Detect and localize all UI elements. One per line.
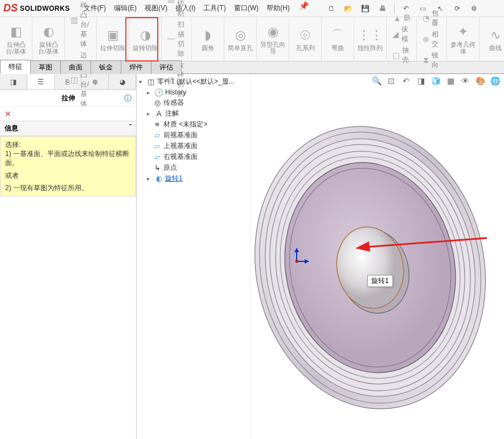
- plane-icon: ▱: [153, 142, 162, 151]
- pattern-icon: ⋮⋮: [362, 27, 378, 43]
- tab-sketch[interactable]: 草图: [30, 60, 61, 74]
- chevron-up-icon: ˆ: [129, 124, 132, 133]
- rib-button[interactable]: ▲筋: [390, 13, 413, 23]
- fillet-button[interactable]: ◗ 圆角: [195, 27, 220, 51]
- chevron-right-icon[interactable]: ▸: [147, 175, 153, 182]
- open-icon[interactable]: 📂: [343, 3, 354, 14]
- history-icon: 🕓: [154, 88, 163, 97]
- zoom-fit-icon[interactable]: 🔍: [371, 75, 382, 87]
- appearance-icon[interactable]: 🎨: [474, 75, 486, 87]
- options-icon[interactable]: ⚙: [469, 3, 480, 14]
- mirror-button[interactable]: ⧗镜向: [420, 50, 443, 71]
- loft-cut-icon: ▥: [167, 0, 175, 3]
- sweep-cut-icon: 〰: [167, 35, 175, 44]
- hole-series-icon: ⦾: [297, 27, 313, 43]
- menu-help[interactable]: 帮助(H): [263, 1, 293, 15]
- info-message: 选择: 1) 一基准面、平面或边线来绘制特征横断面。 或者 2) 一现有草图为特…: [0, 136, 136, 196]
- tree-history[interactable]: ▸ 🕓 History: [138, 87, 249, 97]
- tree-root[interactable]: ▾ ◫ 零件1 (默认<<默认>_显...: [138, 76, 249, 87]
- hole-icon: ◎: [232, 27, 248, 43]
- ribbon: ◧ 拉伸凸台/基体 ◐ 旋转凸台/基体 〰扫描 ▥放样凸台/基体 ◫边界凸台/基…: [0, 17, 504, 61]
- section-info-header[interactable]: 信息 ˆ: [0, 121, 136, 136]
- origin-triad-icon: [288, 248, 310, 270]
- revolve-boss-icon: ◐: [40, 24, 56, 40]
- boundary-cut-icon: ◫: [167, 75, 175, 84]
- hide-show-icon[interactable]: 👁: [460, 75, 471, 87]
- property-manager: ◨ ☰ ⎘ ⊕ ◕ 拉伸 ⓘ ✕ 信息 ˆ 选择: 1) 一基准面、平面或边线来…: [0, 74, 137, 439]
- graphics-viewport[interactable]: 🔍 ⊡ ↶ ◨ 🧊 ▦ 👁 🎨 🌐: [251, 74, 504, 439]
- tab-evaluate[interactable]: 评估: [151, 60, 182, 74]
- tree-material[interactable]: ≡ 材质 <未指定>: [138, 119, 249, 130]
- svg-point-15: [296, 260, 298, 263]
- display-style-icon[interactable]: ▦: [445, 75, 456, 87]
- cancel-button[interactable]: ✕: [0, 107, 136, 121]
- simple-hole-button[interactable]: ◎ 简单直孔: [228, 27, 253, 51]
- view-orientation-icon[interactable]: 🧊: [430, 75, 441, 87]
- panel-tab-display[interactable]: ◕: [109, 74, 136, 89]
- wrap-button[interactable]: ◔包覆: [420, 8, 443, 28]
- menu-tools[interactable]: 工具(T): [200, 1, 229, 15]
- linear-pattern-button[interactable]: ⋮⋮ 线性阵列: [358, 27, 383, 51]
- tree-top-plane[interactable]: ▱ 上视基准面: [138, 141, 249, 151]
- solidworks-logo-icon: DS: [3, 2, 18, 14]
- feature-tree: ▾ ◫ 零件1 (默认<<默认>_显... ▸ 🕓 History ◎ 传感器 …: [137, 74, 251, 439]
- annotation-icon: A: [154, 109, 163, 118]
- print-icon[interactable]: 🖶: [377, 3, 388, 14]
- bend-icon: ⌒: [330, 27, 346, 43]
- pin-icon[interactable]: 📌: [299, 1, 309, 15]
- save-icon[interactable]: 💾: [360, 3, 371, 14]
- panel-tab-feature-tree[interactable]: ◨: [0, 74, 27, 89]
- hole-wizard-button[interactable]: ◉ 异型孔向导: [260, 24, 285, 55]
- tree-sensors[interactable]: ◎ 传感器: [138, 97, 249, 108]
- tree-origin[interactable]: ↳ 原点: [138, 162, 249, 173]
- zoom-area-icon[interactable]: ⊡: [386, 75, 397, 87]
- tab-sheetmetal[interactable]: 钣金: [91, 60, 121, 74]
- chevron-down-icon[interactable]: ▾: [139, 79, 145, 85]
- intersect-icon: ⊗: [423, 35, 429, 44]
- reference-geometry-button[interactable]: ✦ 参考几何体: [450, 24, 476, 55]
- rebuild-icon[interactable]: ⟳: [452, 3, 463, 14]
- tree-revolve1[interactable]: ▸ ◐ 旋转1: [138, 173, 249, 184]
- extrude-boss-icon: ◧: [8, 24, 24, 40]
- new-doc-icon[interactable]: 🗋: [326, 3, 337, 14]
- loft-boss-button[interactable]: ▥放样凸台/基体: [68, 0, 93, 50]
- svg-marker-14: [305, 259, 309, 264]
- tab-surface[interactable]: 曲面: [60, 60, 91, 74]
- view-toolbar: 🔍 ⊡ ↶ ◨ 🧊 ▦ 👁 🎨 🌐: [371, 75, 501, 87]
- sweep-cut-button[interactable]: 〰扫描切除: [165, 19, 188, 59]
- revolve-cut-button[interactable]: ◑ 旋转切除: [133, 27, 158, 51]
- menu-edit[interactable]: 编辑(E): [110, 1, 140, 15]
- app-name: SOLIDWORKS: [20, 5, 70, 13]
- curves-button[interactable]: ∿ 曲线: [483, 27, 504, 51]
- revolve-boss-button[interactable]: ◐ 旋转凸台/基体: [36, 24, 61, 55]
- curves-icon: ∿: [487, 27, 503, 43]
- panel-title: 拉伸: [62, 93, 75, 103]
- tree-front-plane[interactable]: ▱ 前视基准面: [138, 130, 249, 141]
- draft-button[interactable]: ◢拔模: [390, 24, 413, 44]
- tab-feature[interactable]: 特征: [0, 60, 31, 74]
- previous-view-icon[interactable]: ↶: [400, 75, 412, 87]
- tab-weldment[interactable]: 焊件: [121, 60, 151, 74]
- part-icon: ◫: [146, 77, 155, 87]
- wrap-icon: ◔: [423, 14, 429, 23]
- hole-series-button[interactable]: ⦾ 孔系列: [293, 27, 318, 51]
- panel-tab-property-manager[interactable]: ☰: [27, 74, 55, 89]
- help-icon[interactable]: ⓘ: [124, 93, 132, 104]
- chevron-right-icon[interactable]: ▸: [147, 89, 153, 96]
- hole-wizard-icon: ◉: [265, 24, 281, 40]
- scene-icon[interactable]: 🌐: [489, 75, 501, 87]
- tree-right-plane[interactable]: ▱ 右视基准面: [138, 151, 249, 162]
- extrude-boss-button[interactable]: ◧ 拉伸凸台/基体: [3, 24, 28, 55]
- section-view-icon[interactable]: ◨: [415, 75, 427, 87]
- shell-button[interactable]: ▢抽壳: [390, 45, 413, 65]
- loft-icon: ▥: [71, 15, 78, 24]
- tree-annotations[interactable]: ▸ A 注解: [138, 108, 249, 119]
- chevron-right-icon[interactable]: ▸: [147, 110, 153, 117]
- loft-cut-button[interactable]: ▥放样切割: [165, 0, 188, 19]
- menu-window[interactable]: 窗口(W): [231, 1, 262, 15]
- revolve-cut-icon: ◑: [137, 27, 153, 43]
- ref-geo-icon: ✦: [455, 24, 471, 40]
- bend-button[interactable]: ⌒ 弯曲: [325, 27, 350, 51]
- intersect-button[interactable]: ⊗相交: [420, 29, 443, 50]
- extrude-cut-button[interactable]: ▣ 拉伸切除: [100, 27, 125, 51]
